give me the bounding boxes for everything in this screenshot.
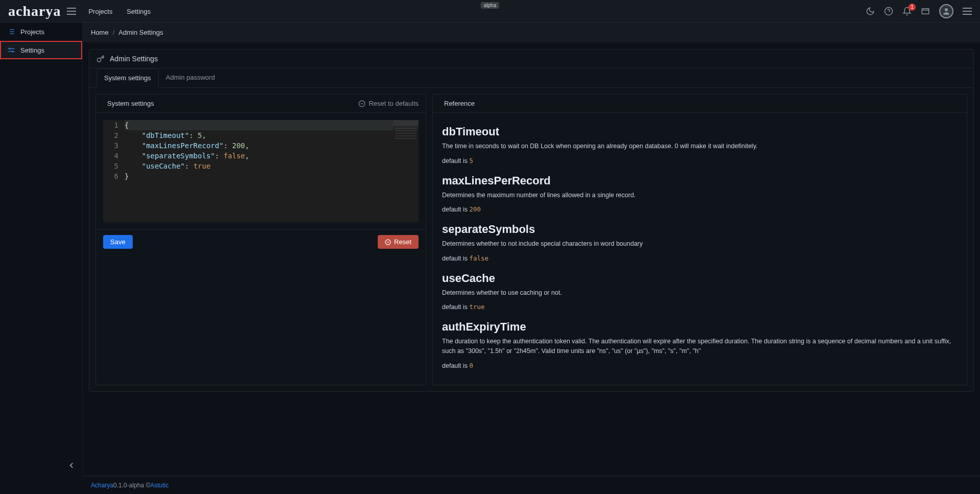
- alpha-badge: alpha: [481, 2, 499, 9]
- breadcrumb-separator: /: [113, 29, 115, 36]
- reset-button[interactable]: Reset: [378, 235, 419, 249]
- help-icon[interactable]: [884, 7, 893, 16]
- editor-line[interactable]: 5 "useCache": true: [103, 161, 419, 171]
- card-header: Reference: [433, 95, 967, 113]
- admin-settings-panel: Admin Settings System settings Admin pas…: [89, 49, 974, 392]
- footer-version: 0.1.0-alpha ©: [113, 482, 150, 489]
- reference-default: default is 0: [442, 361, 958, 371]
- main: Admin Settings System settings Admin pas…: [83, 43, 980, 476]
- footer: Acharya 0.1.0-alpha © Astutic: [83, 476, 980, 494]
- sliders-icon: [7, 46, 15, 54]
- reference-heading: useCache: [442, 272, 958, 285]
- reference-description: Determines whether to not include specia…: [442, 239, 958, 249]
- reset-button-label: Reset: [394, 238, 411, 246]
- reference-default: default is 5: [442, 156, 958, 166]
- reference-default: default is false: [442, 254, 958, 264]
- reset-to-defaults-label: Reset to defaults: [369, 100, 419, 107]
- reference-description: The time in seconds to wait on DB Lock w…: [442, 142, 958, 151]
- reference-heading: maxLinesPerRecord: [442, 174, 958, 187]
- reference-card: Reference dbTimeoutThe time in seconds t…: [432, 94, 967, 385]
- avatar[interactable]: [939, 4, 953, 18]
- reference-body: dbTimeoutThe time in seconds to wait on …: [433, 113, 967, 385]
- sidebar-item-label: Settings: [20, 46, 44, 54]
- card-title: Reference: [444, 100, 475, 107]
- theme-icon[interactable]: [866, 7, 875, 16]
- reference-description: Determines the maximum number of lines a…: [442, 191, 958, 200]
- nav-projects[interactable]: Projects: [88, 8, 112, 15]
- panel-header: Admin Settings: [89, 50, 973, 68]
- settings-editor[interactable]: 1{2 "dbTimeout": 5,3 "maxLinesPerRecord"…: [103, 120, 419, 222]
- reference-heading: dbTimeout: [442, 125, 958, 138]
- page-title: Admin Settings: [110, 55, 158, 63]
- topbar-right: 1: [866, 4, 972, 18]
- card-header: System settings Reset to defaults: [96, 95, 426, 113]
- breadcrumb: Home / Admin Settings: [83, 22, 980, 43]
- breadcrumb-current: Admin Settings: [118, 29, 163, 36]
- notification-badge: 1: [909, 4, 916, 11]
- editor-line[interactable]: 3 "maxLinesPerRecord": 200,: [103, 140, 419, 151]
- footer-product-link[interactable]: Acharya: [91, 482, 113, 489]
- nav-settings[interactable]: Settings: [127, 8, 151, 15]
- editor-line[interactable]: 6}: [103, 171, 419, 181]
- svg-point-14: [12, 51, 13, 52]
- reference-heading: authExpiryTime: [442, 320, 958, 334]
- window-icon[interactable]: [921, 7, 930, 16]
- collapse-sidebar-button[interactable]: [67, 461, 76, 472]
- editor-line[interactable]: 4 "separateSymbols": false,: [103, 151, 419, 161]
- tab-content: System settings Reset to defaults 1{2 "d…: [89, 88, 973, 391]
- card-footer: Save Reset: [96, 229, 426, 254]
- editor-line[interactable]: 2 "dbTimeout": 5,: [103, 130, 419, 140]
- top-nav: Projects Settings: [88, 7, 163, 15]
- reference-heading: separateSymbols: [442, 223, 958, 236]
- sidebar-item-projects[interactable]: Projects: [0, 22, 82, 41]
- editor-line[interactable]: 1{: [103, 120, 419, 130]
- reference-description: Determines whether to use caching or not…: [442, 288, 958, 298]
- system-settings-card: System settings Reset to defaults 1{2 "d…: [95, 94, 426, 385]
- notifications-icon[interactable]: 1: [902, 7, 912, 16]
- breadcrumb-home[interactable]: Home: [91, 29, 109, 36]
- svg-rect-2: [922, 8, 929, 14]
- menu-icon[interactable]: [963, 8, 972, 15]
- save-button[interactable]: Save: [103, 235, 133, 249]
- sidebar: Projects Settings: [0, 22, 83, 476]
- sidebar-item-label: Projects: [20, 28, 44, 36]
- card-title: System settings: [107, 100, 154, 107]
- reference-default: default is true: [442, 302, 958, 312]
- sidebar-item-settings[interactable]: Settings: [0, 41, 82, 59]
- settings-tabs: System settings Admin password: [89, 68, 973, 88]
- hamburger-icon[interactable]: [67, 8, 76, 15]
- footer-company-link[interactable]: Astutic: [150, 482, 168, 489]
- reference-default: default is 200: [442, 205, 958, 215]
- reference-description: The duration to keep the authentication …: [442, 337, 958, 356]
- list-icon: [7, 28, 15, 36]
- svg-point-11: [9, 48, 11, 50]
- top-bar: acharya Projects Settings alpha 1: [0, 0, 980, 22]
- app-logo: acharya: [8, 3, 61, 19]
- tab-system-settings[interactable]: System settings: [96, 68, 159, 88]
- key-icon: [96, 55, 105, 63]
- editor-minimap[interactable]: [393, 120, 419, 222]
- reset-to-defaults-link[interactable]: Reset to defaults: [358, 100, 419, 107]
- tab-admin-password[interactable]: Admin password: [159, 68, 222, 87]
- svg-point-4: [945, 8, 948, 11]
